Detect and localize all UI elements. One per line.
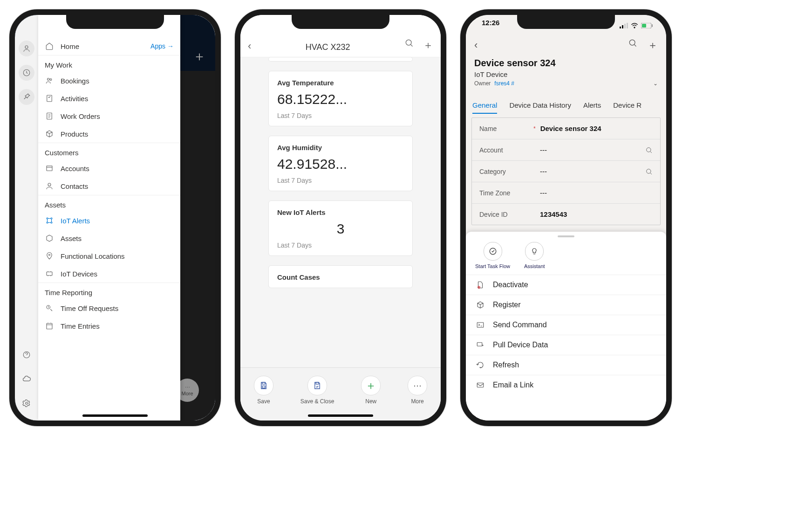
action-deactivate[interactable]: Deactivate <box>466 275 666 295</box>
overlay-dim[interactable] <box>180 15 215 421</box>
nav-work-orders[interactable]: Work Orders <box>38 107 180 125</box>
nav-contacts-label: Contacts <box>61 182 88 190</box>
drag-handle[interactable] <box>558 235 574 237</box>
field-label: Category <box>479 168 540 175</box>
nav-iot-alerts[interactable]: IoT Alerts <box>38 212 180 229</box>
back-icon[interactable]: ‹ <box>248 40 251 52</box>
time-off-icon <box>45 304 54 312</box>
section-time-reporting: Time Reporting <box>38 283 180 299</box>
nav-products[interactable]: Products <box>38 125 180 143</box>
svg-point-5 <box>50 79 52 81</box>
home-indicator[interactable] <box>82 414 148 417</box>
search-icon[interactable] <box>404 38 414 52</box>
chevron-down-icon[interactable]: ⌄ <box>653 80 658 87</box>
content-area[interactable]: Avg Temperature 68.15222... Last 7 Days … <box>240 52 441 379</box>
action-label: Deactivate <box>493 281 528 289</box>
nav-bookings[interactable]: Bookings <box>38 72 180 90</box>
home-indicator[interactable] <box>308 414 373 417</box>
card-avg-temperature[interactable]: Avg Temperature 68.15222... Last 7 Days <box>268 71 413 126</box>
save-close-icon <box>307 376 327 395</box>
nav-contacts[interactable]: Contacts <box>38 177 180 195</box>
nav-time-off-requests[interactable]: Time Off Requests <box>38 299 180 317</box>
back-icon[interactable]: ‹ <box>474 39 478 51</box>
activities-icon <box>45 94 54 103</box>
card-count-cases[interactable]: Count Cases <box>268 265 413 288</box>
action-email-link[interactable]: Email a Link <box>466 375 666 395</box>
nav-time-entries[interactable]: Time Entries <box>38 317 180 335</box>
svg-point-14 <box>49 254 50 255</box>
action-label: Send Command <box>493 321 547 329</box>
help-icon[interactable] <box>19 347 34 363</box>
email-icon <box>475 381 485 389</box>
add-icon[interactable]: ＋ <box>648 38 658 52</box>
phone-2-frame: ‹ HVAC X232 ＋ Avg Temperature 68.15222..… <box>235 9 446 426</box>
bottom-bar: Save Save & Close ＋ New ⋯ More <box>240 367 441 421</box>
more-icon: ⋯ <box>408 376 427 395</box>
tab-device-r[interactable]: Device R <box>613 101 641 114</box>
battery-icon <box>641 23 653 28</box>
cloud-icon[interactable] <box>19 371 34 387</box>
field-time-zone[interactable]: Time Zone --- <box>472 182 660 204</box>
screen3-root: 12:26 ‹ <box>466 15 666 421</box>
lookup-icon[interactable] <box>645 146 653 154</box>
field-value: --- <box>540 167 645 175</box>
screen2-root: ‹ HVAC X232 ＋ Avg Temperature 68.15222..… <box>240 15 441 421</box>
search-icon[interactable] <box>628 38 637 52</box>
refresh-icon <box>475 361 485 369</box>
pin-icon[interactable] <box>19 89 34 105</box>
svg-rect-6 <box>47 95 52 102</box>
nav-functional-locations[interactable]: Functional Locations <box>38 247 180 265</box>
save-close-label: Save & Close <box>300 398 334 405</box>
assistant-button[interactable]: Assistant <box>524 242 545 269</box>
card-value: 68.15222... <box>277 91 404 107</box>
tab-device-data-history[interactable]: Device Data History <box>509 101 571 114</box>
field-value: 1234543 <box>540 210 653 218</box>
bookings-icon <box>45 76 54 85</box>
card-new-iot-alerts[interactable]: New IoT Alerts 3 Last 7 Days <box>268 200 413 256</box>
tab-general[interactable]: General <box>472 101 497 114</box>
nav-accounts[interactable]: Accounts <box>38 159 180 177</box>
field-account[interactable]: Account --- <box>472 139 660 161</box>
gear-icon[interactable] <box>19 395 34 411</box>
nav-iot-devices[interactable]: IoT Devices <box>38 265 180 283</box>
action-register[interactable]: Register <box>466 295 666 315</box>
owner-link[interactable]: fsres4 # <box>494 80 514 87</box>
home-label: Home <box>61 42 79 50</box>
time-entries-icon <box>45 322 54 330</box>
status-time: 12:26 <box>482 19 499 33</box>
lookup-icon[interactable] <box>645 168 653 175</box>
field-name[interactable]: Name * Device sensor 324 <box>472 118 660 139</box>
field-category[interactable]: Category --- <box>472 161 660 182</box>
save-button[interactable]: Save <box>254 376 273 405</box>
nav-activities[interactable]: Activities <box>38 90 180 107</box>
apps-link[interactable]: Apps → <box>150 42 174 50</box>
form: Name * Device sensor 324 Account --- Cat… <box>471 117 661 225</box>
nav-assets[interactable]: Assets <box>38 229 180 247</box>
action-send-command[interactable]: Send Command <box>466 315 666 335</box>
action-label: Email a Link <box>493 381 533 389</box>
action-pull-device-data[interactable]: Pull Device Data <box>466 335 666 355</box>
more-button[interactable]: ⋯ More <box>408 376 427 405</box>
svg-point-3 <box>26 402 28 405</box>
page-title: Device sensor 324 <box>474 58 658 69</box>
clock-icon[interactable] <box>19 65 34 81</box>
profile-icon[interactable] <box>19 41 34 56</box>
save-close-button[interactable]: Save & Close <box>300 376 334 405</box>
new-button[interactable]: ＋ New <box>361 376 381 405</box>
wifi-icon <box>631 23 638 28</box>
required-marker: * <box>533 125 536 132</box>
start-task-flow-button[interactable]: Start Task Flow <box>475 242 510 269</box>
action-refresh[interactable]: Refresh <box>466 355 666 375</box>
card-label: Avg Temperature <box>277 79 404 87</box>
card-avg-humidity[interactable]: Avg Humidity 42.91528... Last 7 Days <box>268 136 413 191</box>
screen-1: ＋ ⋯ More <box>15 15 215 421</box>
tab-alerts[interactable]: Alerts <box>583 101 601 114</box>
add-icon[interactable]: ＋ <box>423 38 433 52</box>
svg-point-10 <box>47 218 48 219</box>
svg-rect-28 <box>642 24 646 28</box>
field-device-id[interactable]: Device ID 1234543 <box>472 204 660 225</box>
title-block: Device sensor 324 IoT Device Owner fsres… <box>474 58 658 87</box>
nav-work-orders-label: Work Orders <box>61 112 100 120</box>
svg-rect-35 <box>477 323 484 328</box>
card-sub: Last 7 Days <box>277 112 404 119</box>
